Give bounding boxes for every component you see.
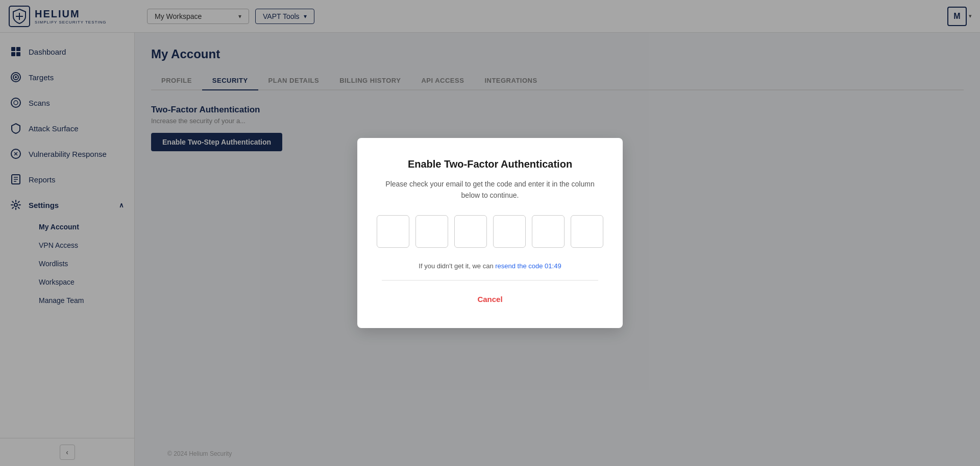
code-input-5[interactable]	[532, 215, 565, 248]
cancel-button[interactable]: Cancel	[382, 291, 598, 308]
modal-overlay: Enable Two-Factor Authentication Please …	[135, 33, 980, 466]
code-input-3[interactable]	[454, 215, 487, 248]
code-input-group	[382, 215, 598, 248]
code-input-4[interactable]	[493, 215, 526, 248]
resend-link[interactable]: resend the code 01:49	[495, 262, 561, 270]
code-input-6[interactable]	[571, 215, 603, 248]
modal-description: Please check your email to get the code …	[382, 178, 598, 201]
code-input-2[interactable]	[415, 215, 448, 248]
content-area: My Account PROFILE SECURITY PLAN DETAILS…	[135, 33, 980, 466]
2fa-modal: Enable Two-Factor Authentication Please …	[357, 138, 623, 329]
code-input-1[interactable]	[377, 215, 409, 248]
resend-text: If you didn't get it, we can resend the …	[382, 262, 598, 270]
modal-divider	[382, 280, 598, 281]
modal-title: Enable Two-Factor Authentication	[382, 158, 598, 170]
main-layout: Dashboard Targets Scans	[0, 33, 980, 466]
